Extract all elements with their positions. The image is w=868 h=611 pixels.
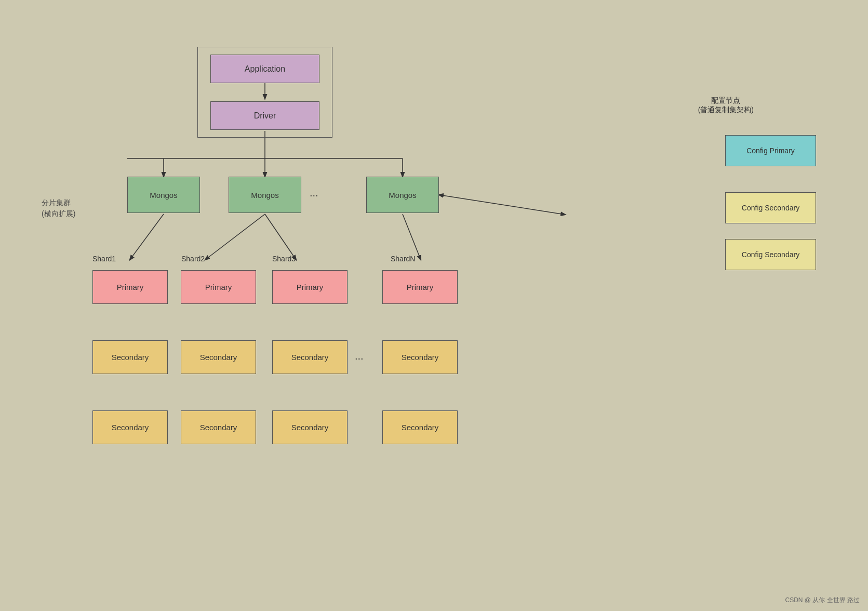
shard2-secondary1: Secondary bbox=[181, 340, 256, 374]
shardN-label: ShardN bbox=[391, 255, 415, 263]
shard3-label: Shard3 bbox=[272, 255, 296, 263]
shard1-secondary2: Secondary bbox=[92, 410, 168, 444]
shardN-secondary1: Secondary bbox=[382, 340, 458, 374]
config-title: 配置节点 (普通复制集架构) bbox=[698, 96, 754, 115]
mongos-2-label: Mongos bbox=[251, 191, 278, 200]
svg-line-6 bbox=[130, 214, 164, 260]
secondary-row1-dots: ... bbox=[355, 350, 364, 362]
svg-line-10 bbox=[439, 195, 565, 215]
watermark: CSDN @ 从你 全世界 路过 bbox=[785, 596, 860, 605]
mongos-1: Mongos bbox=[127, 177, 200, 213]
application-label: Application bbox=[245, 64, 285, 74]
mongos-1-label: Mongos bbox=[150, 191, 177, 200]
shard1-primary: Primary bbox=[92, 270, 168, 304]
driver-label: Driver bbox=[254, 111, 276, 121]
mongos-dots: ... bbox=[310, 187, 318, 199]
annotation-left: 分片集群 (横向扩展) bbox=[42, 197, 75, 219]
shardN-secondary2: Secondary bbox=[382, 410, 458, 444]
svg-line-7 bbox=[205, 214, 265, 260]
shard3-secondary2: Secondary bbox=[272, 410, 348, 444]
config-secondary2-box: Config Secondary bbox=[725, 239, 816, 270]
shard2-secondary2: Secondary bbox=[181, 410, 256, 444]
shard1-secondary1: Secondary bbox=[92, 340, 168, 374]
shardN-primary: Primary bbox=[382, 270, 458, 304]
shard2-primary: Primary bbox=[181, 270, 256, 304]
config-secondary1-box: Config Secondary bbox=[725, 192, 816, 223]
mongos-3-label: Mongos bbox=[389, 191, 416, 200]
driver-box: Driver bbox=[210, 101, 319, 130]
svg-line-9 bbox=[403, 214, 421, 260]
shard3-primary: Primary bbox=[272, 270, 348, 304]
mongos-2: Mongos bbox=[229, 177, 301, 213]
svg-line-8 bbox=[265, 214, 296, 260]
application-box: Application bbox=[210, 55, 319, 83]
mongos-3: Mongos bbox=[366, 177, 439, 213]
shard1-label: Shard1 bbox=[92, 255, 116, 263]
config-primary-box: Config Primary bbox=[725, 135, 816, 166]
shard2-label: Shard2 bbox=[181, 255, 205, 263]
shard3-secondary1: Secondary bbox=[272, 340, 348, 374]
